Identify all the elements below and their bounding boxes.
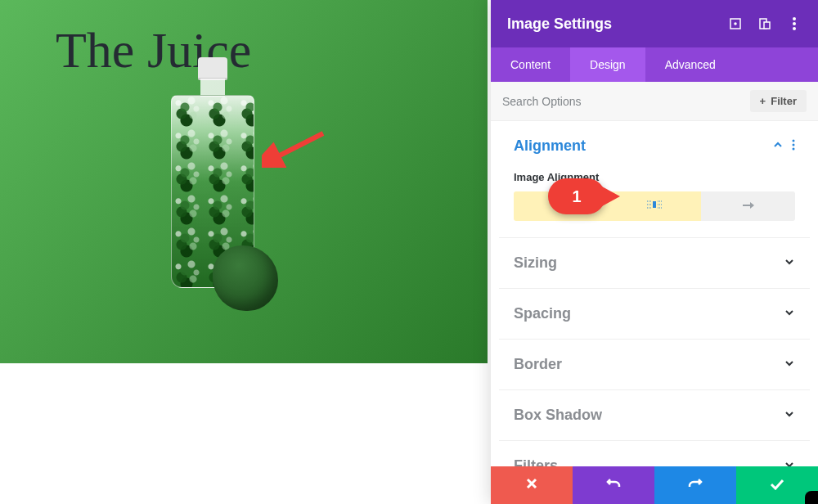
svg-point-7 [793,27,796,30]
callout-number: 1 [572,187,581,206]
svg-point-9 [793,143,795,146]
plus-icon: + [760,95,766,107]
svg-point-5 [793,17,796,20]
tab-design[interactable]: Design [570,47,645,82]
align-center-icon [647,199,662,214]
expand-icon[interactable] [728,16,743,31]
responsive-icon[interactable] [757,16,772,31]
section-header-spacing[interactable]: Spacing [499,289,810,339]
section-header-box-shadow[interactable]: Box Shadow [499,390,810,440]
align-right-icon [741,199,756,214]
annotation-arrow [262,127,327,168]
svg-rect-15 [653,201,656,208]
svg-point-10 [793,147,795,150]
callout-badge: 1 [548,178,605,214]
chevron-down-icon [784,307,795,322]
section-border: Border [499,340,810,390]
section-title: Box Shadow [514,407,602,424]
section-title: Spacing [514,305,571,322]
discard-button[interactable] [491,466,573,504]
chevron-down-icon [784,358,795,372]
panel-footer [491,466,818,504]
svg-rect-4 [764,22,770,29]
undo-button[interactable] [573,466,654,504]
svg-line-0 [272,133,323,160]
redo-button[interactable] [654,466,736,504]
filter-label: Filter [771,95,797,107]
section-sizing: Sizing [499,238,810,289]
section-title: Sizing [514,254,557,272]
svg-point-6 [793,22,796,25]
align-center-option[interactable] [608,191,702,221]
panel-title: Image Settings [507,16,612,33]
tab-advanced[interactable]: Advanced [645,47,735,82]
section-spacing: Spacing [499,289,810,340]
section-header-border[interactable]: Border [499,340,810,389]
filter-button[interactable]: + Filter [750,90,807,112]
svg-point-8 [793,139,795,142]
chevron-down-icon [784,256,795,271]
panel-header: Image Settings [491,0,818,47]
close-icon [525,477,538,494]
chevron-down-icon [784,408,795,423]
more-icon[interactable] [792,139,795,154]
redo-icon [688,477,703,494]
check-icon [770,477,784,494]
section-header-alignment[interactable]: Alignment [499,121,810,171]
tabs: Content Design Advanced [491,47,818,82]
panel-body: Alignment Image Alignment [491,121,818,504]
corner-badge [805,491,818,504]
align-right-option[interactable] [701,191,795,221]
section-title: Border [514,356,562,373]
section-alignment: Alignment Image Alignment [499,121,810,238]
more-icon[interactable] [787,16,802,31]
section-header-sizing[interactable]: Sizing [499,238,810,288]
undo-icon [606,477,621,494]
search-input[interactable] [502,95,750,108]
settings-panel: Image Settings Content Design Advanced +… [491,0,818,504]
svg-point-2 [735,23,736,25]
page-canvas: The Juice [0,0,488,363]
chevron-up-icon [772,139,784,154]
search-row: + Filter [491,82,818,121]
section-title: Alignment [514,137,586,155]
tab-content[interactable]: Content [491,47,570,82]
section-box-shadow: Box Shadow [499,390,810,441]
